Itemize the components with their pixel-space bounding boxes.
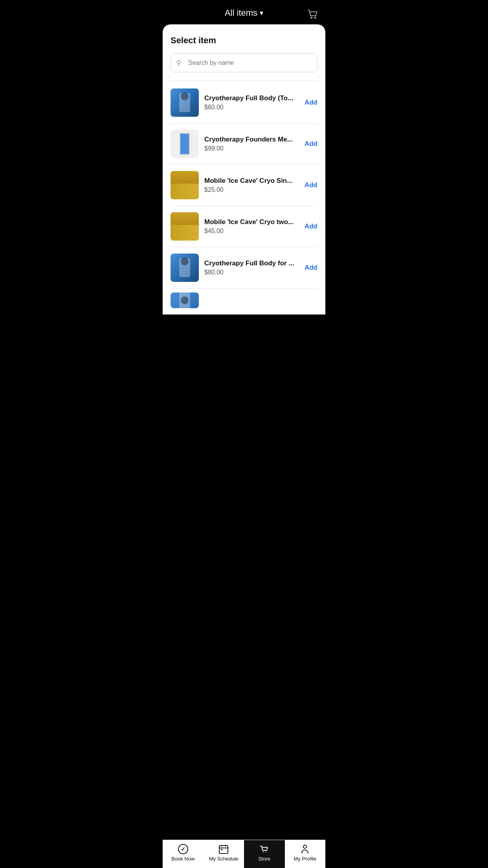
- partial-item: [171, 289, 317, 308]
- item-price: $60.00: [204, 104, 299, 111]
- section-title: Select item: [171, 35, 317, 46]
- item-thumbnail: [171, 130, 199, 158]
- item-name: Cryotherapy Full Body (To...: [204, 94, 299, 102]
- header: All items ▾: [163, 0, 325, 24]
- all-items-label: All items: [225, 8, 257, 18]
- main-card: Select item ⚲ Cryotherapy Full Body (To.…: [163, 24, 325, 314]
- svg-point-0: [311, 17, 312, 18]
- item-thumb-img: [171, 130, 199, 158]
- item-thumbnail: [171, 212, 199, 241]
- item-name: Cryotherapy Full Body for ...: [204, 259, 299, 267]
- item-price: $99.00: [204, 145, 299, 152]
- cart-icon: [306, 8, 319, 20]
- item-info: Cryotherapy Full Body for ... $80.00: [204, 259, 299, 276]
- item-name: Cryotherapy Founders Me...: [204, 136, 299, 143]
- list-item: Cryotherapy Full Body for ... $80.00 Add: [171, 247, 317, 289]
- svg-point-1: [315, 17, 316, 18]
- item-list: Cryotherapy Full Body (To... $60.00 Add …: [171, 82, 317, 289]
- add-button[interactable]: Add: [305, 221, 317, 232]
- partial-thumb: [171, 292, 199, 308]
- item-thumb-img: [171, 212, 199, 241]
- item-thumb-img: [171, 88, 199, 117]
- add-button[interactable]: Add: [305, 138, 317, 149]
- item-info: Mobile 'Ice Cave' Cryo two... $45.00: [204, 218, 299, 235]
- item-thumbnail: [171, 171, 199, 199]
- item-price: $25.00: [204, 186, 299, 193]
- item-thumbnail: [171, 88, 199, 117]
- item-info: Mobile 'Ice Cave' Cryo Sin... $25.00: [204, 177, 299, 193]
- item-info: Cryotherapy Founders Me... $99.00: [204, 136, 299, 152]
- cart-button[interactable]: [306, 8, 319, 22]
- add-button[interactable]: Add: [305, 97, 317, 108]
- item-name: Mobile 'Ice Cave' Cryo two...: [204, 218, 299, 226]
- item-price: $80.00: [204, 269, 299, 276]
- chevron-down-icon: ▾: [260, 9, 263, 17]
- search-icon: ⚲: [176, 59, 181, 67]
- add-button[interactable]: Add: [305, 262, 317, 273]
- add-button[interactable]: Add: [305, 180, 317, 191]
- list-item: Cryotherapy Full Body (To... $60.00 Add: [171, 82, 317, 123]
- item-price: $45.00: [204, 228, 299, 235]
- item-info: Cryotherapy Full Body (To... $60.00: [204, 94, 299, 111]
- list-item: Mobile 'Ice Cave' Cryo Sin... $25.00 Add: [171, 165, 317, 206]
- item-thumbnail: [171, 254, 199, 282]
- list-item: Cryotherapy Founders Me... $99.00 Add: [171, 123, 317, 165]
- list-item: Mobile 'Ice Cave' Cryo two... $45.00 Add: [171, 206, 317, 247]
- item-name: Mobile 'Ice Cave' Cryo Sin...: [204, 177, 299, 185]
- search-container: ⚲: [171, 53, 317, 72]
- header-title[interactable]: All items ▾: [225, 8, 263, 18]
- item-thumb-img: [171, 254, 199, 282]
- list-divider: [171, 80, 317, 81]
- search-input[interactable]: [171, 53, 317, 72]
- item-thumb-img: [171, 171, 199, 199]
